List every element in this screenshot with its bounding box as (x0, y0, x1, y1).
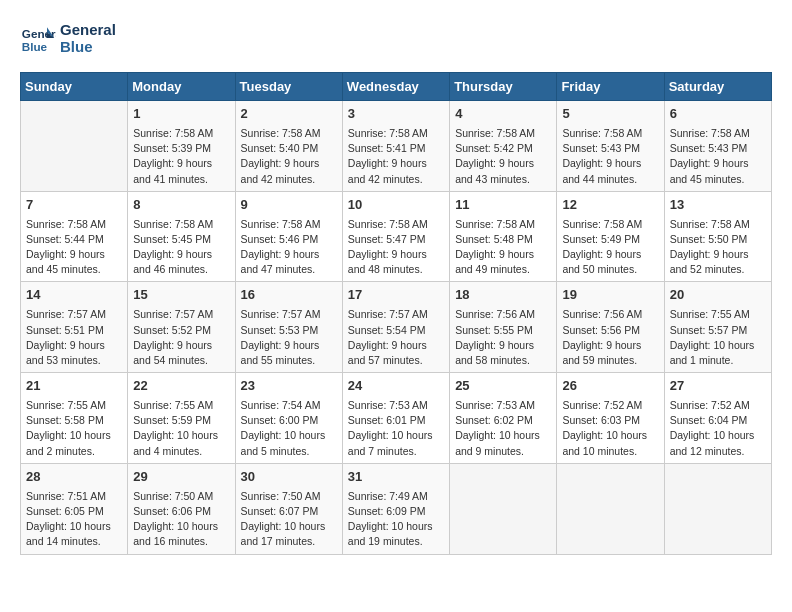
day-info-line: Sunrise: 7:50 AM (133, 489, 229, 504)
day-number: 2 (241, 105, 337, 124)
week-row-2: 7Sunrise: 7:58 AMSunset: 5:44 PMDaylight… (21, 191, 772, 282)
day-info-line: and 59 minutes. (562, 353, 658, 368)
day-info-line: Sunrise: 7:55 AM (26, 398, 122, 413)
day-info-line: Daylight: 9 hours (241, 338, 337, 353)
day-info-line: Sunrise: 7:52 AM (670, 398, 766, 413)
day-number: 10 (348, 196, 444, 215)
day-info-line: and 2 minutes. (26, 444, 122, 459)
day-info-line: Daylight: 9 hours (455, 247, 551, 262)
calendar-cell: 21Sunrise: 7:55 AMSunset: 5:58 PMDayligh… (21, 373, 128, 464)
calendar-cell: 25Sunrise: 7:53 AMSunset: 6:02 PMDayligh… (450, 373, 557, 464)
day-info-line: Daylight: 9 hours (133, 338, 229, 353)
day-info-line: and 42 minutes. (241, 172, 337, 187)
day-info-line: Daylight: 10 hours (241, 519, 337, 534)
day-info-line: Daylight: 10 hours (562, 428, 658, 443)
day-number: 16 (241, 286, 337, 305)
week-row-5: 28Sunrise: 7:51 AMSunset: 6:05 PMDayligh… (21, 463, 772, 554)
day-info-line: Sunset: 6:02 PM (455, 413, 551, 428)
day-info-line: and 14 minutes. (26, 534, 122, 549)
header-sunday: Sunday (21, 73, 128, 101)
day-info-line: Daylight: 10 hours (670, 428, 766, 443)
day-info-line: Sunrise: 7:53 AM (348, 398, 444, 413)
day-info-line: Daylight: 9 hours (455, 338, 551, 353)
day-number: 23 (241, 377, 337, 396)
day-number: 9 (241, 196, 337, 215)
calendar-cell: 16Sunrise: 7:57 AMSunset: 5:53 PMDayligh… (235, 282, 342, 373)
calendar-cell (21, 101, 128, 192)
day-info-line: and 55 minutes. (241, 353, 337, 368)
day-info-line: Daylight: 9 hours (26, 247, 122, 262)
day-info-line: Sunrise: 7:49 AM (348, 489, 444, 504)
day-number: 24 (348, 377, 444, 396)
day-info-line: Sunset: 5:43 PM (670, 141, 766, 156)
day-info-line: and 47 minutes. (241, 262, 337, 277)
day-number: 15 (133, 286, 229, 305)
day-info-line: Sunrise: 7:58 AM (241, 126, 337, 141)
calendar-cell: 13Sunrise: 7:58 AMSunset: 5:50 PMDayligh… (664, 191, 771, 282)
day-number: 14 (26, 286, 122, 305)
day-info-line: Sunset: 6:01 PM (348, 413, 444, 428)
day-info-line: Sunrise: 7:58 AM (241, 217, 337, 232)
day-info-line: Sunrise: 7:57 AM (133, 307, 229, 322)
day-info-line: and 52 minutes. (670, 262, 766, 277)
header-tuesday: Tuesday (235, 73, 342, 101)
calendar-cell: 17Sunrise: 7:57 AMSunset: 5:54 PMDayligh… (342, 282, 449, 373)
day-info-line: Sunrise: 7:58 AM (133, 217, 229, 232)
day-info-line: Sunset: 5:39 PM (133, 141, 229, 156)
day-info-line: Sunrise: 7:58 AM (670, 217, 766, 232)
calendar-cell: 30Sunrise: 7:50 AMSunset: 6:07 PMDayligh… (235, 463, 342, 554)
header-thursday: Thursday (450, 73, 557, 101)
day-info-line: and 58 minutes. (455, 353, 551, 368)
calendar-cell: 10Sunrise: 7:58 AMSunset: 5:47 PMDayligh… (342, 191, 449, 282)
header-monday: Monday (128, 73, 235, 101)
calendar-table: SundayMondayTuesdayWednesdayThursdayFrid… (20, 72, 772, 555)
day-info-line: and 7 minutes. (348, 444, 444, 459)
day-number: 27 (670, 377, 766, 396)
calendar-cell: 29Sunrise: 7:50 AMSunset: 6:06 PMDayligh… (128, 463, 235, 554)
day-info-line: and 48 minutes. (348, 262, 444, 277)
day-info-line: and 45 minutes. (26, 262, 122, 277)
day-info-line: Sunset: 6:03 PM (562, 413, 658, 428)
calendar-cell: 31Sunrise: 7:49 AMSunset: 6:09 PMDayligh… (342, 463, 449, 554)
calendar-cell (557, 463, 664, 554)
day-number: 4 (455, 105, 551, 124)
day-info-line: Daylight: 10 hours (348, 519, 444, 534)
day-number: 7 (26, 196, 122, 215)
page-header: General Blue General Blue (20, 20, 772, 56)
calendar-header-row: SundayMondayTuesdayWednesdayThursdayFrid… (21, 73, 772, 101)
day-info-line: and 4 minutes. (133, 444, 229, 459)
day-info-line: and 42 minutes. (348, 172, 444, 187)
day-info-line: Sunset: 5:41 PM (348, 141, 444, 156)
day-info-line: and 43 minutes. (455, 172, 551, 187)
day-info-line: and 57 minutes. (348, 353, 444, 368)
day-number: 8 (133, 196, 229, 215)
day-info-line: Sunrise: 7:53 AM (455, 398, 551, 413)
day-info-line: Sunset: 5:59 PM (133, 413, 229, 428)
day-info-line: Sunrise: 7:58 AM (348, 126, 444, 141)
calendar-cell: 15Sunrise: 7:57 AMSunset: 5:52 PMDayligh… (128, 282, 235, 373)
day-info-line: and 12 minutes. (670, 444, 766, 459)
day-info-line: Sunset: 5:50 PM (670, 232, 766, 247)
calendar-cell: 20Sunrise: 7:55 AMSunset: 5:57 PMDayligh… (664, 282, 771, 373)
day-number: 21 (26, 377, 122, 396)
day-info-line: Sunrise: 7:58 AM (26, 217, 122, 232)
day-info-line: Daylight: 9 hours (348, 156, 444, 171)
day-info-line: and 49 minutes. (455, 262, 551, 277)
day-info-line: and 1 minute. (670, 353, 766, 368)
day-info-line: Sunset: 5:58 PM (26, 413, 122, 428)
calendar-cell: 2Sunrise: 7:58 AMSunset: 5:40 PMDaylight… (235, 101, 342, 192)
day-info-line: Daylight: 9 hours (562, 156, 658, 171)
calendar-cell: 26Sunrise: 7:52 AMSunset: 6:03 PMDayligh… (557, 373, 664, 464)
day-info-line: and 9 minutes. (455, 444, 551, 459)
day-info-line: Daylight: 10 hours (26, 519, 122, 534)
day-number: 11 (455, 196, 551, 215)
day-number: 25 (455, 377, 551, 396)
day-number: 12 (562, 196, 658, 215)
day-info-line: Daylight: 9 hours (241, 156, 337, 171)
day-info-line: and 5 minutes. (241, 444, 337, 459)
day-info-line: and 16 minutes. (133, 534, 229, 549)
day-info-line: and 45 minutes. (670, 172, 766, 187)
calendar-cell: 18Sunrise: 7:56 AMSunset: 5:55 PMDayligh… (450, 282, 557, 373)
day-info-line: Daylight: 9 hours (348, 338, 444, 353)
day-info-line: Daylight: 10 hours (455, 428, 551, 443)
